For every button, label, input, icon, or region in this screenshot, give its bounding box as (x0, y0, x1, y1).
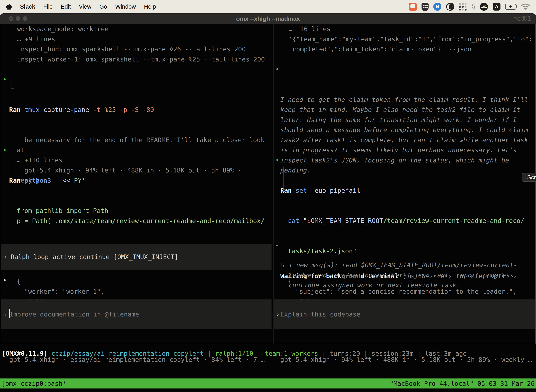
command-bullet: • (3, 145, 7, 155)
command-bullet: • (3, 74, 7, 84)
screenshot-toast[interactable]: Scre (522, 173, 536, 182)
terminal-content: workspace_mode: worktree… +9 linesinspec… (0, 24, 536, 392)
menu-file[interactable]: File (43, 3, 53, 10)
window-shortcut-hint: ⌥⌘1 (513, 15, 532, 23)
prompt-placeholder: Explain this codebase (280, 311, 360, 318)
menu-help[interactable]: Help (144, 3, 156, 10)
command-cat-line1: cat "$OMX_TEAM_STATE_ROOT/team/review-cu… (280, 216, 524, 226)
apple-menu[interactable] (6, 3, 12, 10)
wifi-icon[interactable] (521, 3, 530, 10)
chat-app-icon[interactable] (409, 3, 417, 11)
menu-bar: Slack File Edit View Go Window Help N § … (0, 0, 536, 13)
squiggle-icon[interactable]: § (471, 2, 475, 11)
pane-border-right (536, 24, 536, 344)
omx-status-line: [OMX#0.11.9] cczip/essay/ai-reimplementa… (2, 348, 467, 359)
apple-icon (6, 3, 12, 10)
output-connector-line (11, 80, 11, 89)
thinking-bullet: • (275, 64, 279, 75)
output-connector-corner (11, 88, 14, 89)
cat-connector-corner (283, 189, 286, 190)
heredoc-connector-line (12, 157, 12, 190)
prompt-chevron: › (276, 311, 280, 318)
heredoc-code: from pathlib import Path p = Path('.omx/… (9, 206, 264, 226)
menu-go[interactable]: Go (99, 3, 107, 10)
battery-bolt-icon (509, 5, 512, 9)
menu-edit[interactable]: Edit (61, 3, 71, 10)
menu-status-icons: N § ..61 A (409, 2, 530, 11)
command-line: Ran set -euo pipefail (280, 186, 524, 196)
menu-view[interactable]: View (79, 3, 91, 10)
prompt-placeholder: Improve documentation in @filename (10, 311, 139, 318)
shield-grid-icon[interactable] (421, 3, 429, 11)
text-cursor (9, 309, 14, 318)
working-bullet: • (3, 275, 7, 285)
prompt-chevron: › (4, 311, 7, 318)
left-model-status: gpt-5.4 xhigh · essay/ai-reimplementatio… (9, 334, 265, 385)
cat-connector-line (283, 167, 284, 190)
pane-divider[interactable] (273, 24, 273, 344)
ralph-loop-banner: › Ralph loop active continue [OMX_TMUX_I… (1, 244, 272, 270)
dots-grid-icon[interactable] (459, 3, 467, 10)
menu-app-name[interactable]: Slack (20, 3, 35, 10)
tmux-session-name[interactable]: [omx-cczip0:bash* (1, 378, 66, 388)
pane-border-left (0, 24, 0, 344)
terminal-window: omx --xhigh --madmax ⌥⌘1 workspace_mode:… (0, 13, 536, 392)
right-model-status: gpt-5.4 xhigh · 94% left · 488K in · 5.1… (280, 334, 532, 385)
menu-window[interactable]: Window (115, 3, 136, 10)
command-line: Ran tmux capture-pane -t %25 -p -S -80 (9, 105, 264, 115)
badge-61-icon[interactable]: ..61 (480, 3, 488, 11)
command-line: Ran python3 - <<'PY' (9, 175, 264, 186)
banner-prompt: › (4, 252, 7, 262)
tmux-status-bar: [omx-cczip0:bash* "MacBook-Pro-44.local"… (0, 378, 536, 388)
ralph-loop-message: Ralph loop active continue [OMX_TMUX_INJ… (10, 252, 178, 262)
right-prompt-input[interactable]: › Explain this codebase (274, 299, 535, 329)
title-bar: omx --xhigh --madmax ⌥⌘1 (0, 13, 536, 24)
command-bullet: • (275, 155, 279, 165)
right-intro-output: … +16 lines'{"team_name":"my-team","task… (289, 24, 532, 54)
left-prompt-input[interactable]: › Improve documentation in @filename (1, 299, 272, 329)
tmux-host-clock: "MacBook-Pro-44.local" 05:03 31-Mar-26 (390, 378, 535, 388)
waiting-bullet: • (275, 241, 279, 251)
window-title: omx --xhigh --madmax (0, 15, 536, 22)
screen: Slack File Edit View Go Window Help N § … (0, 0, 536, 392)
input-source-icon[interactable]: A (493, 3, 500, 10)
heredoc-connector-corner (12, 190, 14, 190)
left-intro-output: workspace_mode: worktree… +9 linesinspec… (17, 24, 265, 64)
battery-icon[interactable] (505, 4, 516, 10)
sync-badge-icon[interactable]: N (433, 3, 441, 11)
right-mailbox-note: ↳ 1 new msg(s): read $OMX_TEAM_STATE_ROO… (281, 260, 517, 290)
moon-circle-icon[interactable] (446, 3, 454, 11)
